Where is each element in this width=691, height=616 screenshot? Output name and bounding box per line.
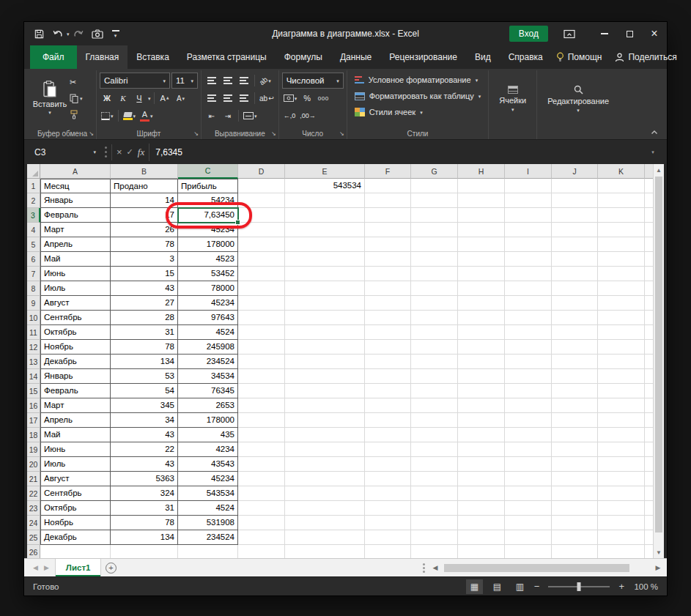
cell-G4[interactable] <box>411 223 458 237</box>
cell-F23[interactable] <box>365 501 411 516</box>
cell-G10[interactable] <box>411 311 458 325</box>
horizontal-scrollbar-thumb[interactable] <box>444 564 629 572</box>
row-header-14[interactable]: 14 <box>27 369 40 384</box>
tab-view[interactable]: Вид <box>466 45 500 69</box>
cell-B20[interactable]: 43 <box>111 457 178 472</box>
cell-B17[interactable]: 34 <box>111 413 178 428</box>
undo-dropdown-icon[interactable]: ▾ <box>67 31 70 37</box>
number-format-combo[interactable]: Числовой▾ <box>282 73 344 89</box>
cell-E14[interactable] <box>285 369 365 384</box>
cell-H19[interactable] <box>458 442 505 457</box>
cell-J18[interactable] <box>552 428 598 442</box>
cell-B7[interactable]: 15 <box>111 267 178 281</box>
cell-I23[interactable] <box>505 501 552 516</box>
cell-C20[interactable]: 43543 <box>178 457 238 472</box>
cell-I2[interactable] <box>505 193 552 208</box>
cell-E18[interactable] <box>285 428 365 442</box>
cell-A24[interactable]: Ноябрь <box>40 516 111 530</box>
cell-B1[interactable]: Продано <box>111 179 178 193</box>
cell-I11[interactable] <box>505 325 552 340</box>
cell-D10[interactable] <box>238 311 285 325</box>
cell-H20[interactable] <box>458 457 505 472</box>
cell-C13[interactable]: 234524 <box>178 355 238 369</box>
cell-F1[interactable] <box>365 179 411 193</box>
underline-button[interactable]: Ч <box>132 91 147 106</box>
percent-style-button[interactable]: % <box>300 91 314 106</box>
row-header-10[interactable]: 10 <box>27 311 40 325</box>
cell-D23[interactable] <box>238 501 285 516</box>
alignment-dialog-launcher-icon[interactable]: ↘ <box>271 131 276 137</box>
cell-H25[interactable] <box>458 530 505 545</box>
cell-J22[interactable] <box>552 486 598 501</box>
number-dialog-launcher-icon[interactable]: ↘ <box>339 131 344 137</box>
cell-G16[interactable] <box>411 398 458 413</box>
cell-I3[interactable] <box>505 208 552 223</box>
cell-B13[interactable]: 134 <box>111 355 178 369</box>
cell-G1[interactable] <box>411 179 458 193</box>
cell-D20[interactable] <box>238 457 285 472</box>
cell-B4[interactable]: 26 <box>111 223 178 237</box>
cell-D14[interactable] <box>238 369 285 384</box>
cell-A10[interactable]: Сентябрь <box>40 311 111 325</box>
sheet-tab[interactable]: Лист1 <box>55 559 102 576</box>
cell-A19[interactable]: Июнь <box>40 442 111 457</box>
cell-D1[interactable] <box>238 179 285 193</box>
italic-button[interactable]: К <box>116 91 130 106</box>
row-header-4[interactable]: 4 <box>27 223 40 237</box>
vertical-scrollbar-thumb[interactable] <box>655 177 662 532</box>
cell-H6[interactable] <box>458 252 505 267</box>
format-as-table-button[interactable]: Форматировать как таблицу ▾ <box>350 88 486 104</box>
cell-H5[interactable] <box>458 237 505 252</box>
cell-I7[interactable] <box>505 267 552 281</box>
decrease-font-size-button[interactable]: А▾ <box>174 91 188 106</box>
cell-I16[interactable] <box>505 398 552 413</box>
cell-I22[interactable] <box>505 486 552 501</box>
row-header-11[interactable]: 11 <box>27 325 40 340</box>
cell-I10[interactable] <box>505 311 552 325</box>
cell-H3[interactable] <box>458 208 505 223</box>
cell-F4[interactable] <box>365 223 411 237</box>
scroll-right-icon[interactable]: ▶ <box>652 564 664 571</box>
expand-formula-bar-button[interactable]: ▾ <box>646 149 659 155</box>
cell-K12[interactable] <box>598 340 645 355</box>
row-header-2[interactable]: 2 <box>27 193 40 208</box>
cell-E22[interactable] <box>285 486 365 501</box>
cell-C19[interactable]: 4234 <box>178 442 238 457</box>
cell-E4[interactable] <box>285 223 365 237</box>
cell-B11[interactable]: 31 <box>111 325 178 340</box>
borders-button[interactable]: ▾ <box>100 108 115 124</box>
cell-J2[interactable] <box>552 193 598 208</box>
cell-A13[interactable]: Декабрь <box>40 355 111 369</box>
cell-A26[interactable] <box>40 545 111 558</box>
cell-A12[interactable]: Ноябрь <box>40 340 111 355</box>
cell-H24[interactable] <box>458 516 505 530</box>
cell-E17[interactable] <box>285 413 365 428</box>
cell-E19[interactable] <box>285 442 365 457</box>
cell-A1[interactable]: Месяц <box>40 179 111 193</box>
cell-F6[interactable] <box>365 252 411 267</box>
cell-K14[interactable] <box>598 369 645 384</box>
cell-G2[interactable] <box>411 193 458 208</box>
cell-B26[interactable] <box>111 545 178 558</box>
collapse-ribbon-button[interactable] <box>648 127 661 137</box>
cell-K25[interactable] <box>598 530 645 545</box>
align-center-button[interactable] <box>221 91 235 106</box>
cell-H1[interactable] <box>458 179 505 193</box>
cell-F22[interactable] <box>365 486 411 501</box>
cell-D15[interactable] <box>238 384 285 398</box>
cell-K21[interactable] <box>598 472 645 486</box>
cell-G19[interactable] <box>411 442 458 457</box>
row-header-24[interactable]: 24 <box>27 516 40 530</box>
cell-I18[interactable] <box>505 428 552 442</box>
cell-J1[interactable] <box>552 179 598 193</box>
cell-E25[interactable] <box>285 530 365 545</box>
column-header-K[interactable]: K <box>598 164 645 179</box>
horizontal-scrollbar[interactable]: ◀ ▶ <box>429 559 664 576</box>
cell-G20[interactable] <box>411 457 458 472</box>
font-color-button[interactable]: А ▾ <box>138 108 155 124</box>
formula-input[interactable]: 7,6345 <box>149 144 646 161</box>
cell-H2[interactable] <box>458 193 505 208</box>
cell-J20[interactable] <box>552 457 598 472</box>
column-header-D[interactable]: D <box>238 164 285 179</box>
cell-A17[interactable]: Апрель <box>40 413 111 428</box>
